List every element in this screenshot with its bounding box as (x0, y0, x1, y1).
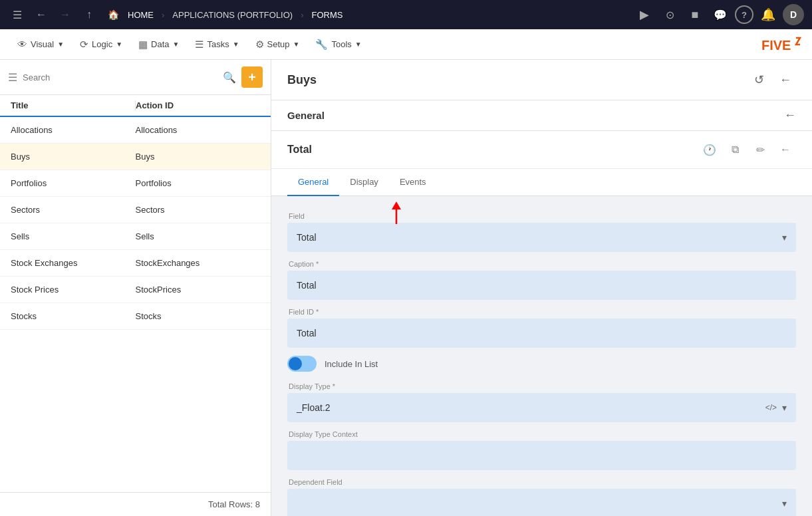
table-rows: Allocations Allocations Buys Buys Portfo… (0, 117, 271, 492)
search-magnifier-icon[interactable]: 🔍 (223, 71, 236, 84)
back-button-total[interactable]: ← (775, 139, 796, 160)
copy-button[interactable]: ⧉ (724, 139, 745, 160)
applications-crumb[interactable]: APPLICATIONS (PORTFOLIO) (172, 10, 293, 20)
display-type-context-input[interactable] (287, 441, 796, 470)
row-title: Stock Exchanges (11, 258, 136, 268)
home-crumb[interactable]: HOME (128, 10, 154, 20)
total-header-actions: 🕐 ⧉ ✏ ← (699, 139, 796, 160)
visual-menu[interactable]: 👁 Visual ▼ (11, 35, 70, 54)
general-back-button[interactable]: ← (784, 108, 796, 122)
table-row[interactable]: Stock Prices StockPrices (0, 277, 271, 303)
tab-general[interactable]: General (287, 169, 339, 196)
table-row[interactable]: Sells Sells (0, 223, 271, 250)
data-menu[interactable]: ▦ Data ▼ (132, 35, 186, 55)
general-label: General (287, 110, 784, 121)
general-section: General ← (271, 100, 812, 131)
include-in-list-label: Include In List (325, 359, 378, 369)
field-value: Total (297, 232, 782, 243)
logic-label: Logic (92, 39, 112, 49)
form-content: Field Total ▾ Caption * Total (271, 196, 812, 516)
five-logo: FIVE (761, 35, 801, 54)
table-row[interactable]: Portfolios Portfolios (0, 170, 271, 197)
row-action-id: StockExchanges (136, 258, 261, 268)
forward-button[interactable]: → (56, 5, 74, 24)
action-id-column-header: Action ID (136, 100, 260, 110)
row-action-id: Stocks (136, 311, 261, 321)
svg-marker-2 (392, 201, 401, 209)
field-field: Field Total ▾ (287, 212, 796, 252)
field-id-field: Field ID * Total (287, 308, 796, 348)
data-label: Data (151, 39, 169, 49)
forms-crumb[interactable]: FORMS (312, 10, 343, 20)
field-dropdown[interactable]: Total ▾ (287, 223, 796, 252)
dependent-field-dropdown[interactable]: ▾ (287, 489, 796, 516)
content-header-actions: ↺ ← (748, 69, 796, 90)
close-content-button[interactable]: ← (775, 69, 796, 90)
refresh-button[interactable]: ↺ (748, 69, 769, 90)
home-icon[interactable]: 🏠 (104, 5, 122, 24)
field-chevron-icon[interactable]: ▾ (782, 232, 787, 243)
field-label: Field (287, 212, 796, 220)
back-button[interactable]: ← (32, 5, 51, 24)
tasks-menu[interactable]: ☰ Tasks ▼ (188, 35, 245, 55)
breadcrumb-sep-1: › (162, 10, 164, 20)
display-type-code-icon[interactable]: </> (765, 403, 777, 412)
field-id-input[interactable]: Total (287, 319, 796, 348)
dependent-field-chevron-icon[interactable]: ▾ (782, 498, 787, 509)
row-title: Buys (11, 152, 136, 162)
display-type-chevron-icon[interactable]: ▾ (782, 402, 787, 413)
sidebar-search-icon: ☰ (8, 71, 17, 84)
data-icon: ▦ (138, 39, 148, 51)
setup-label: Setup (267, 39, 290, 49)
row-action-id: Sells (136, 231, 261, 241)
chat-icon[interactable]: 💬 (710, 4, 731, 25)
hamburger-icon[interactable]: ☰ (8, 5, 27, 24)
display-type-dropdown[interactable]: _Float.2 </> ▾ (287, 393, 796, 422)
help-icon[interactable]: ? (735, 5, 753, 24)
row-action-id: Sectors (136, 205, 261, 215)
logic-menu[interactable]: ⟳ Logic ▼ (73, 35, 129, 55)
dependent-field-field: Dependent Field ▾ (287, 478, 796, 516)
play-icon[interactable]: ▶ (634, 4, 655, 25)
visual-label: Visual (31, 39, 54, 49)
row-action-id: Portfolios (136, 178, 261, 188)
table-row[interactable]: Allocations Allocations (0, 117, 271, 144)
logic-icon: ⟳ (80, 39, 88, 51)
row-title: Sells (11, 231, 136, 241)
tab-events[interactable]: Events (389, 169, 437, 196)
tools-menu[interactable]: 🔧 Tools ▼ (309, 35, 368, 55)
search-nav-icon[interactable]: ⊙ (659, 4, 680, 25)
tools-label: Tools (331, 39, 351, 49)
tasks-icon: ☰ (195, 39, 203, 51)
setup-chevron: ▼ (293, 41, 300, 48)
tabs-bar: GeneralDisplayEvents (271, 169, 812, 196)
display-type-value: _Float.2 (297, 402, 765, 413)
caption-value: Total (297, 280, 787, 291)
table-row[interactable]: Stock Exchanges StockExchanges (0, 250, 271, 277)
table-row[interactable]: Sectors Sectors (0, 197, 271, 223)
history-button[interactable]: 🕐 (699, 139, 720, 160)
content-area: Buys ↺ ← General ← Total 🕐 ⧉ ✏ ← (271, 60, 812, 516)
sidebar-search-bar: ☰ 🔍 + (0, 60, 271, 95)
svg-text:FIVE: FIVE (761, 38, 791, 53)
edit-button[interactable]: ✏ (749, 139, 771, 160)
table-row[interactable]: Stocks Stocks (0, 303, 271, 330)
notification-icon[interactable]: 🔔 (757, 4, 779, 25)
form-area: Total 🕐 ⧉ ✏ ← GeneralDisplayEvents (271, 131, 812, 516)
setup-menu[interactable]: ⚙ Setup ▼ (249, 35, 307, 55)
tab-display[interactable]: Display (339, 169, 389, 196)
display-type-label: Display Type * (287, 382, 796, 390)
user-avatar[interactable]: D (783, 4, 804, 25)
search-input[interactable] (23, 72, 217, 82)
row-action-id: Allocations (136, 125, 261, 135)
stop-icon[interactable]: ■ (684, 4, 706, 25)
tasks-chevron: ▼ (233, 41, 239, 48)
include-in-list-toggle[interactable] (287, 356, 317, 372)
display-type-context-field: Display Type Context (287, 430, 796, 470)
total-panel: Total 🕐 ⧉ ✏ ← GeneralDisplayEvents (271, 131, 812, 516)
add-button[interactable]: + (241, 66, 263, 88)
caption-input[interactable]: Total (287, 271, 796, 300)
table-row[interactable]: Buys Buys (0, 144, 271, 170)
main-toolbar: 👁 Visual ▼ ⟳ Logic ▼ ▦ Data ▼ ☰ Tasks ▼ … (0, 29, 812, 60)
up-button[interactable]: ↑ (80, 5, 98, 24)
